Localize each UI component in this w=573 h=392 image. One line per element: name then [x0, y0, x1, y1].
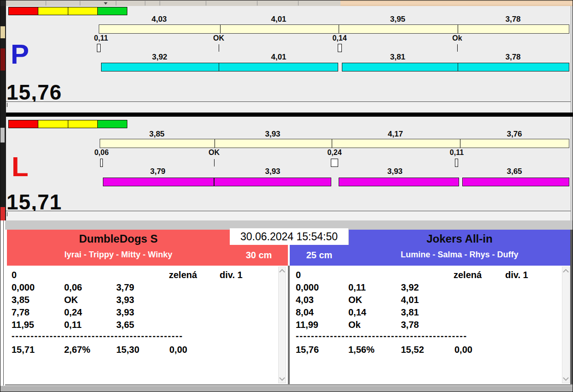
traffic-light-bar [8, 120, 127, 128]
interval-bar-divider [220, 25, 221, 33]
log-total: 1,56% [348, 344, 375, 355]
split-bar-segment [101, 63, 219, 71]
traffic-yellow-cell [38, 120, 68, 128]
log-cell: OK [64, 295, 78, 305]
log-cell: 3,92 [401, 282, 419, 293]
split-bar-segment [214, 178, 331, 186]
lane-letter: P [11, 41, 29, 68]
traffic-yellow-cell [68, 7, 98, 15]
status-strip [6, 101, 571, 110]
log-total: 15,71 [12, 344, 35, 355]
scrollbar[interactable] [562, 267, 570, 383]
interval-label: 3,76 [487, 130, 542, 139]
toolbar-divider [145, 1, 145, 6]
panel-divider [288, 266, 290, 384]
strip-caret [7, 212, 7, 216]
changeover-label: OK [186, 148, 242, 157]
changeover-gap-marker [331, 159, 338, 167]
changeover-gap-marker [455, 159, 458, 167]
log-cell: 4,01 [401, 295, 419, 305]
split-bar-segment [342, 63, 458, 71]
log-cell: 0,000 [296, 282, 319, 293]
log-total: 0,00 [454, 344, 472, 355]
margin-line [3, 220, 4, 392]
datetime-display: 30.06.2024 15:54:50 [230, 228, 349, 245]
interval-bar-divider [458, 25, 458, 33]
traffic-yellow-cell [38, 7, 68, 15]
team-right-members: Lumine - Salma - Rhys - Duffy [349, 250, 570, 260]
interval-bar [99, 24, 569, 34]
background-window-sliver [0, 6, 6, 220]
team-left-log [7, 266, 288, 384]
sliver-fragment [0, 48, 5, 71]
team-left-members: Iyrai - Trippy - Mitty - Winky [7, 250, 230, 260]
log-total: 15,30 [116, 344, 139, 355]
interval-bar [100, 139, 569, 148]
log-cell: 0,11 [348, 282, 366, 293]
background-window-strip [340, 0, 573, 6]
log-cell: Ok [348, 320, 361, 330]
interval-label: 4,17 [368, 130, 423, 139]
split-label: 3,93 [245, 167, 300, 176]
lane-total-time: 15,76 [6, 80, 62, 105]
split-label: 3,93 [367, 167, 423, 176]
log-total: 15,76 [296, 344, 319, 355]
team-right-name: Jokers All-in [349, 232, 570, 245]
scrollbar-up-icon[interactable] [279, 269, 285, 275]
lane-letter: L [12, 154, 29, 180]
traffic-green-cell [98, 120, 127, 128]
split-label: 3,81 [370, 53, 425, 62]
log-cell: 11,95 [12, 320, 34, 330]
scrollbar[interactable] [278, 267, 286, 383]
log-cell: 3,93 [116, 307, 134, 318]
team-left-jump-height: 30 cm [230, 250, 288, 261]
log-cell: 0,000 [12, 282, 35, 293]
interval-label: 4,01 [251, 15, 306, 24]
changeover-label: 0,14 [312, 34, 367, 42]
log-cell: 3,79 [116, 282, 134, 293]
changeover-label: 0,24 [307, 148, 362, 157]
changeover-gap-marker [97, 44, 101, 52]
interval-bar-divider [460, 139, 460, 148]
log-cell: 0,24 [64, 307, 82, 318]
toolbar-divider [116, 1, 116, 6]
team-left-name: DumbleDogs S [7, 232, 230, 245]
traffic-light-bar [8, 7, 127, 15]
interval-bar-divider [339, 25, 339, 33]
flyball-timing-screen: 4,03 4,01 3,95 3,78 0,11 OK 0,14 Ok 3,92… [0, 0, 573, 392]
log-total: 2,67% [64, 344, 90, 355]
interval-bar-divider [215, 139, 215, 148]
log-cell: 3,85 [12, 295, 30, 305]
log-total: 15,52 [401, 344, 424, 355]
changeover-ok-tick [457, 44, 458, 52]
traffic-green-cell [98, 7, 127, 15]
scrollbar-down-icon[interactable] [279, 375, 285, 381]
sliver-fragment [0, 128, 5, 143]
traffic-red-cell [9, 120, 38, 128]
traffic-red-cell [9, 7, 38, 15]
lane-divider-bar [6, 113, 573, 117]
interval-label: 3,95 [370, 15, 425, 24]
changeover-label: 0,11 [73, 34, 129, 42]
toolbar-divider [46, 1, 46, 6]
log-cell: 0,11 [64, 320, 82, 330]
log-cell: OK [348, 295, 362, 305]
log-cell: 3,93 [116, 295, 134, 305]
scrollbar-down-icon[interactable] [563, 375, 569, 381]
log-cell-division: div. 1 [220, 270, 243, 280]
split-bar-segment [339, 178, 459, 186]
strip-caret [7, 103, 7, 107]
changeover-label: 0,11 [429, 148, 484, 157]
changeover-label: 0,06 [74, 148, 129, 157]
changeover-ok-tick [214, 159, 215, 166]
interval-bar-divider [332, 139, 332, 148]
split-label: 3,78 [485, 53, 541, 62]
changeover-label: OK [191, 34, 246, 42]
log-cell: 3,81 [401, 307, 419, 318]
toolbar-divider [298, 1, 298, 6]
scrollbar-up-icon[interactable] [563, 269, 569, 275]
changeover-gap-marker [338, 44, 342, 52]
log-total: 0,00 [169, 344, 187, 355]
interval-label: 3,78 [485, 15, 541, 24]
log-cell: 0 [12, 270, 17, 280]
